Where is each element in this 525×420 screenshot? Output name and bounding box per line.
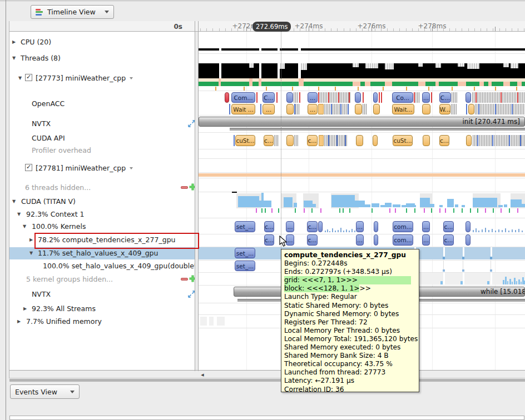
- tree-expand-arrow-icon[interactable]: ▼: [18, 76, 22, 81]
- horizontal-scrollbar[interactable]: ◀: [9, 371, 525, 378]
- tree-expand-arrow-icon[interactable]: ▶: [29, 237, 33, 242]
- thread-options-caret-icon[interactable]: [130, 77, 133, 79]
- tree-row-label: CUDA (TITAN V): [21, 197, 76, 206]
- ruler-major-tick: [495, 27, 496, 31]
- tree-row-label: 100.0% set_halo_values_x_409_gpu(double*…: [43, 262, 195, 270]
- thread-options-caret-icon[interactable]: [130, 167, 133, 169]
- scroll-left-arrow-icon[interactable]: ◀: [199, 372, 206, 378]
- ruler-minor-tick: [481, 28, 481, 31]
- resize-track-icon[interactable]: [187, 119, 195, 129]
- tooltip-line: grid: <<<7, 1, 1>>>: [284, 276, 416, 284]
- sidebar-item-100-0-kernels[interactable]: ▼100.0% Kernels: [9, 220, 195, 232]
- sidebar-item-cuda-titan-v[interactable]: ▼CUDA (TITAN V): [9, 195, 195, 207]
- ruler-minor-tick: [449, 28, 450, 31]
- tree-expand-arrow-icon[interactable]: ▼: [17, 212, 21, 217]
- ruler-origin-label: 0s: [156, 23, 182, 31]
- timeline-view-label: Timeline View: [47, 8, 96, 16]
- collapse-minus-icon[interactable]: [181, 186, 188, 189]
- tooltip-line: block: <<<128, 1, 1>>>: [284, 284, 416, 293]
- ruler-minor-tick: [212, 28, 213, 31]
- ruler-minor-tick: [337, 28, 338, 31]
- tooltip-line: Latency: ←27.191 µs: [284, 377, 416, 385]
- sidebar-item-7-7-unified-memory[interactable]: ▶7.7% Unified memory: [9, 315, 195, 327]
- tree-expand-arrow-icon[interactable]: ▼: [12, 199, 16, 204]
- tooltip-line: Local Memory Per Thread: 0 bytes: [284, 327, 416, 335]
- events-view-dropdown[interactable]: Events View: [10, 384, 80, 399]
- sidebar-item-92-3-all-streams[interactable]: ▶92.3% All Streams: [9, 302, 195, 314]
- pane-splitter[interactable]: [9, 379, 525, 382]
- sidebar-item-nvtx[interactable]: NVTX: [9, 288, 195, 300]
- tooltip-line: Dynamic Shared Memory: 0 bytes: [284, 310, 416, 318]
- tree-expand-arrow-icon[interactable]: ▶: [23, 306, 27, 311]
- sidebar-item-5-kernel-groups-hidden[interactable]: 5 kernel groups hidden...: [9, 273, 195, 285]
- ruler-minor-tick: [512, 28, 512, 31]
- sidebar-item-27781-miniweather-cpp[interactable]: ✓[27781] miniWeather_cpp: [9, 162, 195, 174]
- sidebar-item-cuda-api[interactable]: CUDA API: [9, 132, 195, 144]
- tree-row-label: 100.0% Kernels: [32, 222, 86, 231]
- sidebar-item-cpu-20[interactable]: ▶CPU (20): [9, 36, 195, 48]
- tooltip-line: Correlation ID: 36: [284, 386, 416, 394]
- tree-row-label: 92.3% All Streams: [32, 304, 96, 313]
- tree-row-label: CPU (20): [21, 38, 51, 46]
- tooltip-title: compute_tendencies_x_277_gpu: [284, 251, 416, 259]
- ruler-tick-label: +276ms: [358, 22, 386, 30]
- sidebar-item-openacc[interactable]: OpenACC: [9, 97, 195, 109]
- ruler-minor-tick: [499, 28, 500, 31]
- ruler-minor-tick: [468, 28, 469, 31]
- expand-plus-icon[interactable]: [189, 183, 195, 193]
- tooltip-line: Local Memory Total: 191,365,120 bytes: [284, 335, 416, 343]
- tree-expand-arrow-icon[interactable]: ▼: [23, 224, 26, 229]
- mouse-pointer-icon: [279, 236, 288, 249]
- ruler-minor-tick: [331, 28, 331, 31]
- tree-row-label: 92.3% Context 1: [26, 210, 85, 218]
- ruler-minor-tick: [412, 28, 413, 31]
- chevron-down-icon: [70, 391, 75, 393]
- resize-track-icon[interactable]: [187, 290, 195, 300]
- tree-pane-left-border: [9, 21, 9, 378]
- pane-divider[interactable]: [195, 21, 195, 378]
- tree-expand-arrow-icon[interactable]: ▶: [12, 39, 16, 44]
- tooltip-line: Launch Type: Regular: [284, 293, 416, 301]
- ruler-minor-tick: [350, 28, 350, 31]
- sidebar-item-27773-miniweather-cpp[interactable]: ▼✓[27773] miniWeather_cpp: [9, 72, 195, 84]
- sidebar-item-100-0-set-halo-values-x-409-gpu-double[interactable]: 100.0% set_halo_values_x_409_gpu(double*…: [9, 259, 195, 272]
- ruler-minor-tick: [506, 28, 506, 31]
- tree-row-label: NVTX: [32, 119, 51, 128]
- tree-row-label: 11.7% set_halo_values_x_409_gpu: [38, 249, 158, 257]
- tooltip-line: Shared Memory executed: 0 bytes: [284, 343, 416, 352]
- kernel-tooltip: compute_tendencies_x_277_gpu Begins: 0.2…: [281, 249, 419, 392]
- window-left-border: [6, 0, 6, 420]
- ruler-minor-tick: [455, 28, 456, 31]
- tree-expand-arrow-icon[interactable]: ▼: [12, 56, 16, 61]
- collapse-minus-icon[interactable]: [181, 278, 188, 281]
- ruler-minor-tick: [462, 28, 462, 31]
- events-panel-stub: [9, 416, 524, 420]
- thread-checkbox[interactable]: ✓: [25, 164, 32, 171]
- ruler-tick-label: +278ms: [418, 22, 447, 30]
- cursor-time-badge: 272.69ms: [252, 22, 291, 32]
- thread-checkbox[interactable]: ✓: [25, 74, 32, 81]
- timeline-view-dropdown[interactable]: Timeline View: [31, 5, 114, 19]
- sidebar-item-threads-8[interactable]: ▼Threads (8): [9, 52, 195, 64]
- tree-row-label: CUDA API: [32, 134, 65, 142]
- sidebar-item-6-threads-hidden[interactable]: 6 threads hidden...: [9, 181, 195, 193]
- ruler-minor-tick: [200, 28, 201, 31]
- ruler-minor-tick: [518, 28, 518, 31]
- tree-row-label: NVTX: [32, 290, 51, 298]
- ruler-minor-tick: [406, 28, 407, 31]
- ruler-minor-tick: [493, 28, 493, 31]
- tree-row-label: [27773] miniWeather_cpp: [36, 74, 133, 82]
- ruler-minor-tick: [344, 28, 344, 31]
- tree-row-label: 5 kernel groups hidden...: [26, 275, 113, 283]
- sidebar-item-nvtx[interactable]: NVTX: [9, 117, 195, 129]
- expand-plus-icon[interactable]: [189, 274, 195, 284]
- tree-expand-arrow-icon[interactable]: ▼: [29, 251, 33, 256]
- tree-row-label: 6 threads hidden...: [25, 183, 91, 192]
- tree-expand-arrow-icon[interactable]: ▶: [17, 319, 21, 324]
- tree-row-label: [27781] miniWeather_cpp: [36, 164, 133, 172]
- sidebar-item-profiler-overhead[interactable]: Profiler overhead: [9, 144, 195, 156]
- tree-row-label: Threads (8): [21, 54, 61, 62]
- sidebar-item-92-3-context-1[interactable]: ▼92.3% Context 1: [9, 208, 195, 220]
- tooltip-line: Static Shared Memory: 0 bytes: [284, 302, 416, 310]
- ruler-minor-tick: [206, 28, 207, 31]
